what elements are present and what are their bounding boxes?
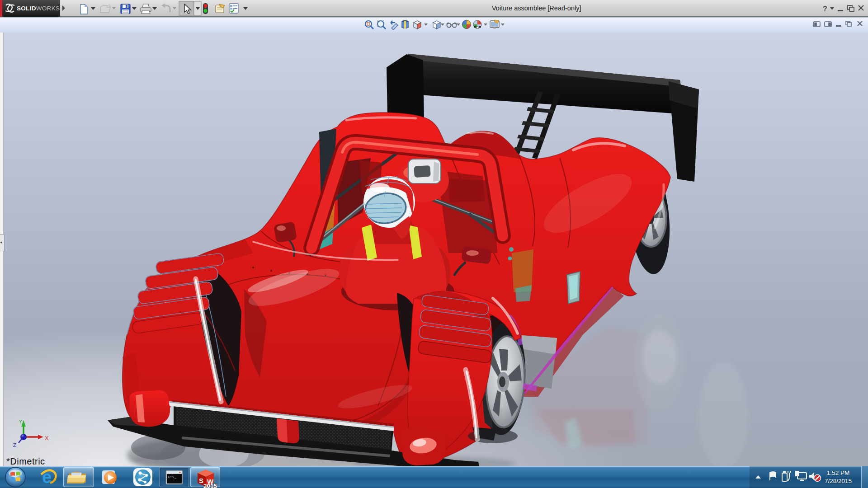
svg-text:X: X — [45, 435, 49, 441]
svg-text:?: ? — [823, 5, 827, 13]
svg-text:Y: Y — [19, 419, 22, 424]
svg-text:Z: Z — [13, 442, 16, 448]
svg-text:2015: 2015 — [203, 483, 217, 488]
svg-text:S: S — [199, 477, 203, 484]
svg-text:C:\_: C:\_ — [168, 475, 176, 479]
